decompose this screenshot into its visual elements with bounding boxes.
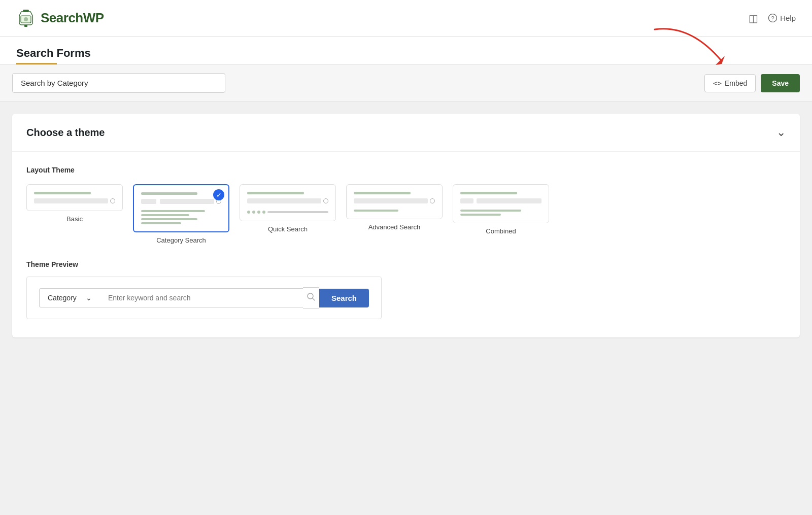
save-button[interactable]: Save bbox=[761, 74, 800, 92]
search-icon-wrap bbox=[303, 287, 319, 308]
outer-wrapper: Choose a theme ⌄ Layout Theme bbox=[0, 114, 812, 362]
embed-button[interactable]: <> Embed bbox=[704, 74, 756, 92]
help-button[interactable]: ? Help bbox=[768, 14, 796, 22]
layout-theme-label: Layout Theme bbox=[26, 166, 786, 174]
logo-icon bbox=[16, 9, 36, 28]
page-header-wrapper: Search Forms <> Embed Save bbox=[0, 37, 812, 101]
preview-box: Category ⌄ Search bbox=[26, 277, 382, 319]
theme-search-icon-quick bbox=[323, 198, 328, 203]
selected-check-icon: ✓ bbox=[213, 189, 224, 200]
theme-name-basic: Basic bbox=[66, 215, 83, 223]
chevron-icon: ⌄ bbox=[86, 294, 92, 302]
form-name-input[interactable] bbox=[12, 73, 225, 93]
theme-item-category-search[interactable]: ✓ bbox=[133, 184, 229, 244]
card-title: Choose a theme bbox=[26, 127, 105, 139]
toolbar-bar: <> Embed Save bbox=[0, 64, 812, 101]
monitor-icon[interactable]: ◫ bbox=[749, 12, 758, 24]
theme-search-icon-adv bbox=[430, 198, 435, 203]
preview-search-button[interactable]: Search bbox=[319, 289, 369, 307]
theme-name-quick-search: Quick Search bbox=[268, 225, 308, 233]
theme-name-category-search: Category Search bbox=[156, 236, 206, 244]
main-card: Choose a theme ⌄ Layout Theme bbox=[12, 114, 800, 337]
theme-search-icon bbox=[110, 198, 115, 203]
preview-search-input[interactable] bbox=[100, 288, 303, 307]
svg-text:?: ? bbox=[771, 15, 774, 21]
top-bar: SearchWP ◫ ? Help bbox=[0, 0, 812, 37]
svg-point-2 bbox=[24, 17, 28, 21]
theme-item-advanced-search[interactable]: Advanced Search bbox=[346, 184, 443, 244]
help-circle-icon: ? bbox=[768, 14, 777, 22]
theme-name-advanced-search: Advanced Search bbox=[368, 223, 421, 231]
preview-search-icon bbox=[307, 293, 315, 301]
themes-grid: Basic ✓ bbox=[26, 184, 786, 244]
theme-name-combined: Combined bbox=[486, 227, 516, 235]
theme-card-combined[interactable] bbox=[453, 184, 549, 223]
category-select[interactable]: Category ⌄ bbox=[39, 288, 100, 307]
theme-card-quick-search[interactable] bbox=[240, 184, 336, 221]
theme-item-quick-search[interactable]: Quick Search bbox=[240, 184, 336, 244]
preview-label: Theme Preview bbox=[26, 260, 786, 268]
theme-card-category-search[interactable]: ✓ bbox=[133, 184, 229, 232]
page-title: Search Forms bbox=[16, 47, 796, 60]
chevron-down-icon[interactable]: ⌄ bbox=[776, 126, 786, 139]
svg-rect-3 bbox=[24, 25, 27, 27]
svg-line-8 bbox=[313, 298, 315, 300]
toolbar-right: <> Embed Save bbox=[704, 74, 800, 92]
svg-point-7 bbox=[308, 293, 313, 299]
card-body: Layout Theme Basic bbox=[12, 152, 800, 337]
logo-area: SearchWP bbox=[16, 9, 104, 28]
theme-item-combined[interactable]: Combined bbox=[453, 184, 549, 244]
theme-item-basic[interactable]: Basic bbox=[26, 184, 123, 244]
theme-card-advanced-search[interactable] bbox=[346, 184, 443, 219]
code-icon: <> bbox=[713, 79, 722, 87]
theme-card-basic[interactable] bbox=[26, 184, 123, 211]
card-header: Choose a theme ⌄ bbox=[12, 114, 800, 152]
header-actions: ◫ ? Help bbox=[749, 12, 796, 24]
logo-text: SearchWP bbox=[41, 10, 104, 26]
